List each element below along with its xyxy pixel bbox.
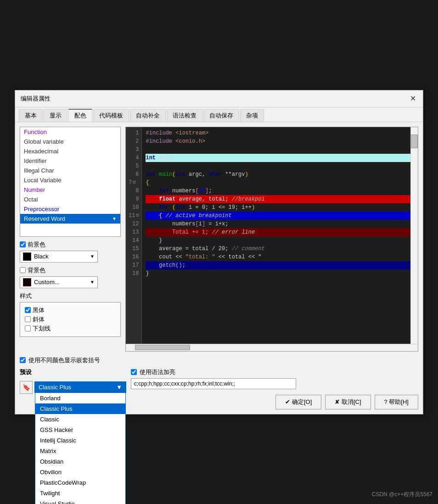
- vscroll-thumb[interactable]: [411, 134, 418, 148]
- syntax-extensions-input[interactable]: [131, 378, 296, 389]
- right-panel: 1 2 3 4 5 6 7 ⊟ 8 9 10 11 ⊟ 12 13 14: [125, 127, 418, 352]
- background-checkbox-label[interactable]: 背景色: [20, 266, 45, 274]
- bold-checkbox[interactable]: [25, 307, 31, 313]
- underline-option: 下划线: [25, 325, 116, 333]
- code-line-3: [146, 146, 414, 154]
- background-label: 背景色: [28, 266, 45, 274]
- tab-colors[interactable]: 配色: [68, 109, 92, 122]
- background-color-dropdown[interactable]: Custom... ▼: [20, 276, 98, 288]
- syntax-type-list: Function Global variable Hexadecimal Ide…: [20, 127, 121, 237]
- ok-button[interactable]: ✔ 确定[O]: [275, 395, 321, 409]
- window-title: 编辑器属性: [21, 95, 51, 103]
- code-line-10: for (int i = 0; i <= 19; i++): [146, 203, 414, 212]
- preset-option-matrix[interactable]: Matrix: [35, 446, 125, 456]
- title-bar: 编辑器属性 ✕: [15, 90, 423, 107]
- italic-option: 斜体: [25, 315, 116, 324]
- preset-option-borland[interactable]: Borland: [35, 393, 125, 403]
- preset-option-obvilion[interactable]: Obvilion: [35, 467, 125, 477]
- preset-icon: 🔖: [22, 384, 30, 391]
- preset-dropdown-arrow: ▼: [116, 384, 122, 391]
- preset-option-classic-plus[interactable]: Classic Plus: [35, 403, 125, 414]
- close-button[interactable]: ✕: [408, 94, 417, 103]
- hscroll-thumb[interactable]: [135, 345, 190, 350]
- foreground-checkbox[interactable]: [20, 241, 26, 247]
- underline-label: 下划线: [33, 325, 51, 333]
- code-line-14: }: [146, 236, 414, 245]
- footer-buttons: ✔ 确定[O] ✘ 取消[C] ? 帮助[H]: [131, 395, 418, 409]
- preset-option-obsidian[interactable]: Obsidian: [35, 456, 125, 467]
- bottom-area: 使用不同颜色显示嵌套括号 预设 🔖 Classic Plus ▼: [15, 356, 423, 414]
- preset-dropdown-selected[interactable]: Classic Plus ▼: [35, 382, 126, 392]
- code-text: #include <iostream> #include <conio.h> i…: [142, 127, 418, 344]
- tab-code-template[interactable]: 代码模板: [93, 109, 129, 122]
- list-item-local-var[interactable]: Local Variable: [20, 175, 120, 185]
- tab-syntax-check[interactable]: 语法检查: [167, 109, 202, 122]
- background-color-label: Custom...: [34, 279, 60, 286]
- tab-bar: 基本 显示 配色 代码模板 自动补全 语法检查 自动保存 杂项: [15, 107, 423, 122]
- italic-label: 斜体: [33, 315, 45, 324]
- code-line-13: Total += i; // error line: [146, 228, 414, 236]
- code-line-5: [146, 162, 414, 170]
- tab-autosave[interactable]: 自动保存: [203, 109, 239, 122]
- preset-option-visual-studio[interactable]: Visual Studio: [35, 498, 125, 504]
- help-button[interactable]: ? 帮助[H]: [375, 395, 418, 409]
- vertical-scrollbar[interactable]: [410, 127, 418, 344]
- list-item-octal[interactable]: Octal: [20, 195, 120, 204]
- cancel-button[interactable]: ✘ 取消[C]: [325, 395, 371, 409]
- reserved-word-arrow: ▼: [112, 216, 117, 221]
- bold-option: 黑体: [25, 306, 116, 314]
- editor-properties-window: 编辑器属性 ✕ 基本 显示 配色 代码模板 自动补全 语法检查 自动保存 杂项 …: [15, 90, 423, 414]
- code-line-18: }: [146, 269, 414, 278]
- list-item-reserved-word[interactable]: Reserved Word ▼: [20, 214, 120, 224]
- syntax-highlight-checkbox[interactable]: [131, 369, 137, 375]
- foreground-color-label: Black: [34, 253, 49, 260]
- tab-display[interactable]: 显示: [44, 109, 67, 122]
- preset-selected-label: Classic Plus: [39, 384, 71, 391]
- preset-option-twilight[interactable]: Twilight: [35, 488, 125, 498]
- preset-dropdown[interactable]: Classic Plus ▼ Borland Classic Plus Clas…: [34, 381, 126, 393]
- list-item-number[interactable]: Number: [20, 185, 120, 195]
- list-item-function[interactable]: Function: [20, 127, 120, 137]
- preset-right: 使用语法加亮 ✔ 确定[O] ✘ 取消[C] ? 帮助[H]: [131, 368, 418, 409]
- foreground-color-dropdown[interactable]: Black ▼: [20, 251, 98, 263]
- horizontal-scrollbar[interactable]: [126, 344, 418, 351]
- code-line-12: numbers[i] = i+x;: [146, 220, 414, 228]
- list-item-illegal-char[interactable]: Illegal Char: [20, 166, 120, 175]
- list-item-hexadecimal[interactable]: Hexadecimal: [20, 146, 120, 156]
- line-numbers: 1 2 3 4 5 6 7 ⊟ 8 9 10 11 ⊟ 12 13 14: [126, 127, 142, 344]
- preset-row: 预设 🔖 Classic Plus ▼ Borland Classic Plus: [20, 368, 418, 409]
- underline-checkbox[interactable]: [25, 325, 31, 331]
- list-item-preprocessor[interactable]: Preprocessor: [20, 204, 120, 214]
- main-content: Function Global variable Hexadecimal Ide…: [15, 122, 423, 356]
- syntax-highlight-label: 使用语法加亮: [140, 368, 175, 376]
- foreground-checkbox-label[interactable]: 前景色: [20, 241, 45, 249]
- list-item-global-var[interactable]: Global variable: [20, 137, 120, 146]
- preset-left: 预设 🔖 Classic Plus ▼ Borland Classic Plus: [20, 368, 126, 394]
- preset-icon-button[interactable]: 🔖: [20, 381, 33, 394]
- code-line-8: int numbers[20];: [146, 187, 414, 195]
- bold-label: 黑体: [33, 306, 45, 314]
- background-checkbox[interactable]: [20, 267, 26, 273]
- preset-option-intellij-classic[interactable]: Intellij Classic: [35, 435, 125, 446]
- background-color-swatch: [23, 278, 31, 286]
- tab-autocomplete[interactable]: 自动补全: [130, 109, 166, 122]
- preset-dropdown-row: 🔖 Classic Plus ▼ Borland Classic Plus Cl…: [20, 381, 126, 394]
- preset-option-gss-hacker[interactable]: GSS Hacker: [35, 425, 125, 435]
- code-line-2: #include <conio.h>: [146, 137, 414, 146]
- preset-dropdown-list: Borland Classic Plus Classic GSS Hacker …: [35, 392, 126, 504]
- italic-checkbox[interactable]: [25, 316, 31, 322]
- code-editor: 1 2 3 4 5 6 7 ⊟ 8 9 10 11 ⊟ 12 13 14: [125, 127, 418, 352]
- style-label: 样式: [20, 292, 121, 300]
- tab-basic[interactable]: 基本: [19, 109, 43, 122]
- code-line-16: cout << "total: " << total << ": [146, 253, 414, 261]
- bracket-checkbox[interactable]: [20, 357, 26, 363]
- preset-option-plastic-code-wrap[interactable]: PlasticCodeWrap: [35, 477, 125, 488]
- preset-option-classic[interactable]: Classic: [35, 414, 125, 425]
- list-item-identifier[interactable]: Identifier: [20, 156, 120, 166]
- background-dropdown-arrow: ▼: [90, 280, 95, 285]
- foreground-row: 前景色: [20, 241, 121, 249]
- tab-misc[interactable]: 杂项: [240, 109, 264, 122]
- code-line-6: int main(int argc, char **argv): [146, 170, 414, 179]
- bracket-label: 使用不同颜色显示嵌套括号: [28, 356, 100, 364]
- code-line-11: { // active breakpoint: [146, 212, 414, 220]
